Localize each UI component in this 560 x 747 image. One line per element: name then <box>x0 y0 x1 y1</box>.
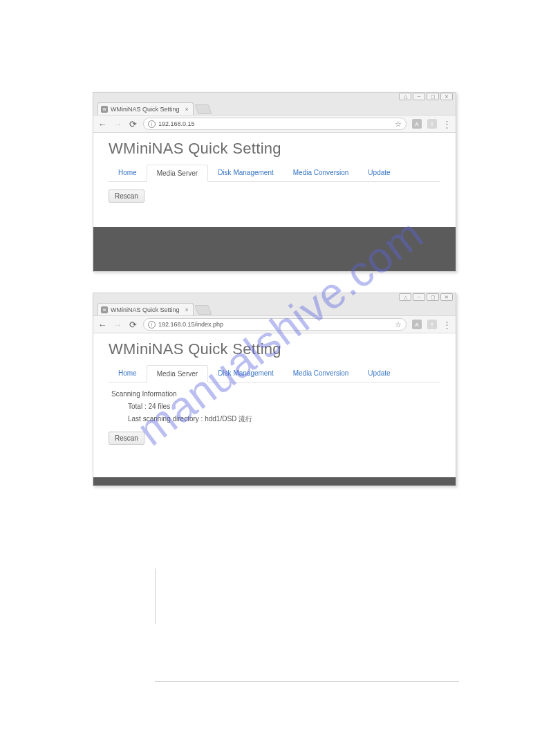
nav-tabs: Home Media Server Disk Management Media … <box>109 365 440 382</box>
tab-media-server[interactable]: Media Server <box>147 365 208 382</box>
browser-menu-icon[interactable]: ⋮ <box>442 119 451 129</box>
favicon-icon: w <box>101 106 108 113</box>
vertical-rule <box>155 569 156 624</box>
footer-area <box>93 477 456 486</box>
scanning-heading: Scanning Information <box>111 388 438 400</box>
extension-a-icon[interactable]: A <box>412 119 422 129</box>
tab-media-conversion[interactable]: Media Conversion <box>283 165 359 181</box>
tab-home[interactable]: Home <box>109 165 147 181</box>
tab-disk-management[interactable]: Disk Management <box>208 165 283 181</box>
back-button[interactable]: ← <box>97 320 107 330</box>
tab-close-icon[interactable]: × <box>185 306 189 313</box>
tab-title: WMiniNAS Quick Setting <box>111 106 180 113</box>
rescan-button[interactable]: Rescan <box>109 432 144 445</box>
address-bar: ← → ⟳ i 192.168.0.15/index.php ☆ A T ⋮ <box>93 315 456 333</box>
tab-update[interactable]: Update <box>358 365 400 382</box>
close-window-button[interactable]: ✕ <box>440 293 453 301</box>
tab-title: WMiniNAS Quick Setting <box>111 306 180 313</box>
window-controls-bar: △ ─ ▢ ✕ <box>93 293 456 302</box>
minimize-button[interactable]: ─ <box>413 93 425 100</box>
extension-t-icon[interactable]: T <box>427 119 437 129</box>
extension-t-icon[interactable]: T <box>427 320 437 329</box>
favicon-icon: w <box>101 306 108 313</box>
address-bar: ← → ⟳ i 192.168.0.15 ☆ A T ⋮ <box>93 115 456 133</box>
bookmark-star-icon[interactable]: ☆ <box>395 320 402 329</box>
bookmark-star-icon[interactable]: ☆ <box>395 120 402 129</box>
site-info-icon[interactable]: i <box>148 321 156 329</box>
browser-window-2: △ ─ ▢ ✕ w WMiniNAS Quick Setting × ← → ⟳… <box>93 293 456 486</box>
horizontal-rule <box>155 681 459 682</box>
tab-disk-management[interactable]: Disk Management <box>208 365 283 382</box>
page-content: WMiniNAS Quick Setting Home Media Server… <box>93 133 456 271</box>
reload-button[interactable]: ⟳ <box>128 320 138 330</box>
url-field[interactable]: i 192.168.0.15 ☆ <box>143 118 407 130</box>
forward-button[interactable]: → <box>113 320 122 330</box>
close-window-button[interactable]: ✕ <box>440 93 453 100</box>
site-info-icon[interactable]: i <box>148 120 156 128</box>
new-tab-button[interactable] <box>194 305 212 315</box>
back-button[interactable]: ← <box>97 119 107 129</box>
extension-a-icon[interactable]: A <box>412 320 422 329</box>
maximize-button[interactable]: ▢ <box>427 293 439 301</box>
tab-strip: w WMiniNAS Quick Setting × <box>93 101 456 115</box>
reload-button[interactable]: ⟳ <box>128 119 138 129</box>
tab-home[interactable]: Home <box>109 365 147 382</box>
forward-button[interactable]: → <box>113 119 122 129</box>
tab-close-icon[interactable]: × <box>185 106 189 113</box>
tab-update[interactable]: Update <box>358 165 400 181</box>
browser-window-1: △ ─ ▢ ✕ w WMiniNAS Quick Setting × ← → ⟳… <box>93 92 456 272</box>
user-icon[interactable]: △ <box>399 93 411 100</box>
tab-strip: w WMiniNAS Quick Setting × <box>93 302 456 315</box>
user-icon[interactable]: △ <box>399 293 411 301</box>
minimize-button[interactable]: ─ <box>413 293 425 301</box>
scan-total-text: Total : 24 files <box>111 400 438 413</box>
rescan-button[interactable]: Rescan <box>109 190 144 203</box>
url-text: 192.168.0.15 <box>158 120 195 127</box>
tab-media-server[interactable]: Media Server <box>147 165 208 182</box>
scan-last-dir-text: Last scanning directory : hdd1/DSD 流行 <box>111 413 438 425</box>
page-title: WMiniNAS Quick Setting <box>109 140 440 158</box>
browser-tab[interactable]: w WMiniNAS Quick Setting × <box>97 102 194 115</box>
maximize-button[interactable]: ▢ <box>427 93 439 100</box>
tab-media-conversion[interactable]: Media Conversion <box>283 365 359 382</box>
footer-area <box>93 227 456 271</box>
browser-menu-icon[interactable]: ⋮ <box>442 320 451 330</box>
page-content: WMiniNAS Quick Setting Home Media Server… <box>93 333 456 486</box>
nav-tabs: Home Media Server Disk Management Media … <box>109 165 440 182</box>
new-tab-button[interactable] <box>194 104 212 114</box>
page-title: WMiniNAS Quick Setting <box>109 340 440 358</box>
url-text: 192.168.0.15/index.php <box>158 321 223 328</box>
window-controls-bar: △ ─ ▢ ✕ <box>93 93 456 101</box>
browser-tab[interactable]: w WMiniNAS Quick Setting × <box>97 303 194 315</box>
url-field[interactable]: i 192.168.0.15/index.php ☆ <box>143 318 407 331</box>
